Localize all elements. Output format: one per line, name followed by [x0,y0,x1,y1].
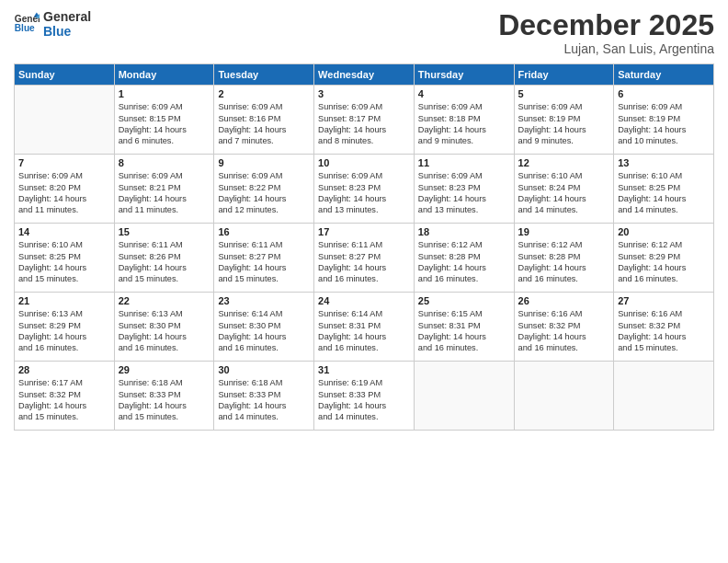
day-number: 25 [418,295,510,306]
day-number: 24 [318,295,410,306]
calendar-day-cell: 27Sunrise: 6:16 AMSunset: 8:32 PMDayligh… [614,293,714,362]
calendar-day-cell: 9Sunrise: 6:09 AMSunset: 8:22 PMDaylight… [214,155,314,224]
calendar-empty-cell [514,362,614,431]
calendar-day-cell: 28Sunrise: 6:17 AMSunset: 8:32 PMDayligh… [15,362,115,431]
calendar-day-cell: 24Sunrise: 6:14 AMSunset: 8:31 PMDayligh… [314,293,415,362]
calendar-header-wednesday: Wednesday [314,64,415,86]
day-number: 1 [119,88,210,99]
page: General Blue General Blue December 2025 … [0,0,728,563]
day-number: 16 [218,226,310,237]
calendar-day-cell: 13Sunrise: 6:10 AMSunset: 8:25 PMDayligh… [614,155,714,224]
day-info: Sunrise: 6:19 AMSunset: 8:33 PMDaylight:… [318,377,410,423]
day-number: 23 [218,295,310,306]
calendar-day-cell: 7Sunrise: 6:09 AMSunset: 8:20 PMDaylight… [15,155,115,224]
subtitle: Lujan, San Luis, Argentina [498,41,714,56]
day-number: 5 [518,88,610,99]
calendar-day-cell: 12Sunrise: 6:10 AMSunset: 8:24 PMDayligh… [514,155,614,224]
day-number: 14 [18,226,110,237]
calendar-day-cell: 31Sunrise: 6:19 AMSunset: 8:33 PMDayligh… [314,362,415,431]
day-info: Sunrise: 6:11 AMSunset: 8:27 PMDaylight:… [218,239,310,285]
calendar-day-cell: 17Sunrise: 6:11 AMSunset: 8:27 PMDayligh… [314,224,415,293]
day-number: 26 [518,295,610,306]
day-info: Sunrise: 6:09 AMSunset: 8:23 PMDaylight:… [318,170,410,216]
logo-icon: General Blue [14,11,40,37]
svg-text:Blue: Blue [15,23,35,33]
day-number: 21 [18,295,110,306]
calendar-day-cell: 6Sunrise: 6:09 AMSunset: 8:19 PMDaylight… [614,86,714,155]
day-info: Sunrise: 6:15 AMSunset: 8:31 PMDaylight:… [418,308,510,354]
calendar-day-cell: 10Sunrise: 6:09 AMSunset: 8:23 PMDayligh… [314,155,415,224]
day-info: Sunrise: 6:09 AMSunset: 8:15 PMDaylight:… [119,101,210,147]
day-info: Sunrise: 6:13 AMSunset: 8:30 PMDaylight:… [119,308,210,354]
day-number: 17 [318,226,410,237]
day-number: 29 [119,364,210,375]
calendar-day-cell: 20Sunrise: 6:12 AMSunset: 8:29 PMDayligh… [614,224,714,293]
calendar-header-thursday: Thursday [414,64,514,86]
day-number: 6 [618,88,710,99]
day-info: Sunrise: 6:16 AMSunset: 8:32 PMDaylight:… [618,308,710,354]
calendar-day-cell: 4Sunrise: 6:09 AMSunset: 8:18 PMDaylight… [414,86,514,155]
calendar-header-monday: Monday [114,64,214,86]
calendar-day-cell: 8Sunrise: 6:09 AMSunset: 8:21 PMDaylight… [114,155,214,224]
calendar-empty-cell [15,86,115,155]
calendar-empty-cell [414,362,514,431]
calendar-day-cell: 2Sunrise: 6:09 AMSunset: 8:16 PMDaylight… [214,86,314,155]
day-number: 20 [618,226,710,237]
day-info: Sunrise: 6:12 AMSunset: 8:28 PMDaylight:… [518,239,610,285]
calendar-week-row: 1Sunrise: 6:09 AMSunset: 8:15 PMDaylight… [15,86,714,155]
day-number: 22 [119,295,210,306]
logo-line2: Blue [43,24,91,39]
day-number: 27 [618,295,710,306]
day-info: Sunrise: 6:12 AMSunset: 8:29 PMDaylight:… [618,239,710,285]
day-info: Sunrise: 6:16 AMSunset: 8:32 PMDaylight:… [518,308,610,354]
day-info: Sunrise: 6:09 AMSunset: 8:17 PMDaylight:… [318,101,410,147]
calendar-day-cell: 14Sunrise: 6:10 AMSunset: 8:25 PMDayligh… [15,224,115,293]
calendar-day-cell: 30Sunrise: 6:18 AMSunset: 8:33 PMDayligh… [214,362,314,431]
calendar-empty-cell [614,362,714,431]
calendar-day-cell: 18Sunrise: 6:12 AMSunset: 8:28 PMDayligh… [414,224,514,293]
calendar-week-row: 21Sunrise: 6:13 AMSunset: 8:29 PMDayligh… [15,293,714,362]
calendar-header-friday: Friday [514,64,614,86]
calendar-day-cell: 16Sunrise: 6:11 AMSunset: 8:27 PMDayligh… [214,224,314,293]
calendar-week-row: 7Sunrise: 6:09 AMSunset: 8:20 PMDaylight… [15,155,714,224]
calendar-day-cell: 21Sunrise: 6:13 AMSunset: 8:29 PMDayligh… [15,293,115,362]
day-info: Sunrise: 6:10 AMSunset: 8:25 PMDaylight:… [18,239,110,285]
day-number: 28 [18,364,110,375]
calendar-week-row: 28Sunrise: 6:17 AMSunset: 8:32 PMDayligh… [15,362,714,431]
day-number: 9 [218,157,310,168]
day-number: 2 [218,88,310,99]
calendar-day-cell: 22Sunrise: 6:13 AMSunset: 8:30 PMDayligh… [114,293,214,362]
day-number: 15 [119,226,210,237]
calendar-day-cell: 29Sunrise: 6:18 AMSunset: 8:33 PMDayligh… [114,362,214,431]
logo-line1: General [43,9,91,24]
calendar-day-cell: 11Sunrise: 6:09 AMSunset: 8:23 PMDayligh… [414,155,514,224]
day-number: 3 [318,88,410,99]
day-number: 11 [418,157,510,168]
header: General Blue General Blue December 2025 … [14,9,714,56]
calendar-day-cell: 15Sunrise: 6:11 AMSunset: 8:26 PMDayligh… [114,224,214,293]
calendar-table: SundayMondayTuesdayWednesdayThursdayFrid… [14,63,714,431]
day-number: 12 [518,157,610,168]
day-info: Sunrise: 6:14 AMSunset: 8:30 PMDaylight:… [218,308,310,354]
day-info: Sunrise: 6:09 AMSunset: 8:19 PMDaylight:… [518,101,610,147]
day-number: 10 [318,157,410,168]
calendar-day-cell: 25Sunrise: 6:15 AMSunset: 8:31 PMDayligh… [414,293,514,362]
day-info: Sunrise: 6:09 AMSunset: 8:21 PMDaylight:… [119,170,210,216]
calendar-day-cell: 26Sunrise: 6:16 AMSunset: 8:32 PMDayligh… [514,293,614,362]
day-info: Sunrise: 6:13 AMSunset: 8:29 PMDaylight:… [18,308,110,354]
logo: General Blue General Blue [14,9,91,39]
day-info: Sunrise: 6:11 AMSunset: 8:27 PMDaylight:… [318,239,410,285]
day-info: Sunrise: 6:11 AMSunset: 8:26 PMDaylight:… [119,239,210,285]
day-info: Sunrise: 6:09 AMSunset: 8:19 PMDaylight:… [618,101,710,147]
title-block: December 2025 Lujan, San Luis, Argentina [498,9,714,56]
day-info: Sunrise: 6:09 AMSunset: 8:23 PMDaylight:… [418,170,510,216]
day-info: Sunrise: 6:17 AMSunset: 8:32 PMDaylight:… [18,377,110,423]
calendar-header-saturday: Saturday [614,64,714,86]
day-number: 30 [218,364,310,375]
day-info: Sunrise: 6:09 AMSunset: 8:22 PMDaylight:… [218,170,310,216]
calendar-header-tuesday: Tuesday [214,64,314,86]
day-number: 13 [618,157,710,168]
day-info: Sunrise: 6:09 AMSunset: 8:18 PMDaylight:… [418,101,510,147]
day-info: Sunrise: 6:09 AMSunset: 8:20 PMDaylight:… [18,170,110,216]
day-info: Sunrise: 6:10 AMSunset: 8:25 PMDaylight:… [618,170,710,216]
